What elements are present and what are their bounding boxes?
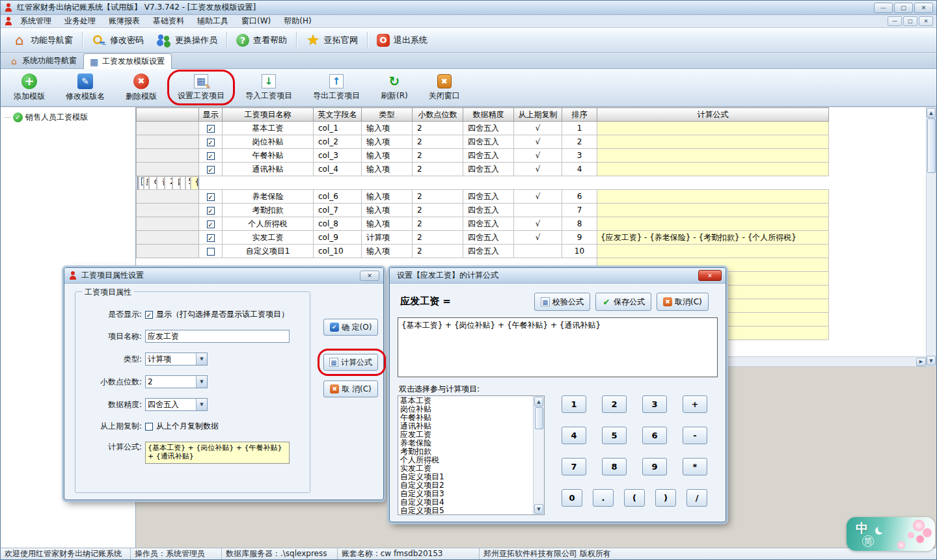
change-password-button[interactable]: 修改密码 bbox=[85, 31, 150, 50]
keypad-2-button[interactable]: 2 bbox=[602, 395, 627, 413]
precision-cell[interactable]: 四舍五入 bbox=[463, 231, 514, 245]
keypad-6-button[interactable]: 6 bbox=[642, 427, 667, 444]
table-row[interactable]: 午餐补贴col_3输入项2四舍五入√3 bbox=[137, 149, 829, 163]
vscrollbar-thumb[interactable] bbox=[927, 118, 936, 173]
show-cell[interactable] bbox=[199, 149, 223, 163]
precision-cell[interactable]: 四舍五入 bbox=[463, 245, 514, 258]
type-cell[interactable]: 输入项 bbox=[362, 163, 413, 176]
item-name-cell[interactable]: 应发工资 bbox=[144, 176, 149, 190]
order-cell[interactable]: 9 bbox=[562, 231, 597, 245]
order-cell[interactable]: 3 bbox=[562, 149, 597, 163]
copy-prev-cell[interactable]: √ bbox=[514, 122, 562, 135]
order-cell[interactable]: 5 bbox=[185, 176, 191, 190]
keypad-close-paren-button[interactable]: ) bbox=[655, 489, 676, 507]
order-cell[interactable]: 2 bbox=[562, 135, 597, 149]
type-cell[interactable]: 输入项 bbox=[362, 149, 413, 163]
mdi-minimize-button[interactable]: — bbox=[888, 16, 902, 26]
formula-operand-item[interactable]: 养老保险 bbox=[398, 439, 533, 447]
properties-dialog-titlebar[interactable]: 工资项目属性设置 ✕ bbox=[64, 268, 383, 284]
formula-operand-item[interactable]: 考勤扣款 bbox=[398, 447, 533, 456]
formula-cell[interactable] bbox=[597, 245, 829, 258]
keypad-0-button[interactable]: 0 bbox=[562, 489, 582, 507]
column-header[interactable]: 从上期复制 bbox=[514, 108, 562, 122]
column-header[interactable]: 排序 bbox=[562, 108, 597, 122]
keypad-9-button[interactable]: 9 bbox=[642, 458, 667, 475]
show-cell[interactable] bbox=[199, 190, 223, 204]
show-cell[interactable] bbox=[139, 176, 144, 190]
dialog-show-checkbox[interactable] bbox=[145, 311, 153, 319]
scroll-right-icon[interactable]: ▶ bbox=[916, 358, 926, 366]
formula-operand-item[interactable]: 基本工资 bbox=[398, 397, 533, 405]
formula-cell[interactable] bbox=[597, 149, 829, 163]
menu-window[interactable]: 窗口(W) bbox=[235, 14, 277, 28]
copy-prev-cell[interactable] bbox=[514, 245, 562, 258]
column-header[interactable]: 类型 bbox=[362, 108, 413, 122]
show-checkbox[interactable] bbox=[207, 125, 215, 133]
scroll-up-icon[interactable]: ▲ bbox=[927, 108, 936, 118]
type-cell[interactable]: 输入项 bbox=[362, 217, 413, 231]
scroll-down-icon[interactable]: ▼ bbox=[534, 504, 543, 514]
type-cell[interactable]: 计算项 bbox=[157, 176, 165, 190]
keypad-5-button[interactable]: 5 bbox=[602, 427, 627, 444]
precision-cell[interactable]: 四舍五入 bbox=[463, 190, 514, 204]
show-checkbox[interactable] bbox=[207, 220, 215, 228]
formula-operand-item[interactable]: 自定义项目3 bbox=[398, 490, 533, 498]
close-window-button[interactable]: ✖关闭窗口 bbox=[422, 72, 467, 104]
item-name-cell[interactable]: 午餐补贴 bbox=[223, 149, 314, 163]
field-name-cell[interactable]: col_5 bbox=[149, 176, 157, 190]
menu-help[interactable]: 帮助(H) bbox=[277, 14, 318, 28]
item-name-cell[interactable]: 自定义项目1 bbox=[223, 245, 314, 258]
column-header[interactable]: 小数点位数 bbox=[413, 108, 463, 122]
scroll-up-icon[interactable]: ▲ bbox=[534, 397, 543, 407]
vendor-site-button[interactable]: ★亚拓官网 bbox=[299, 31, 364, 50]
copy-prev-cell[interactable]: √ bbox=[514, 135, 562, 149]
formula-operand-item[interactable]: 自定义项目5 bbox=[398, 507, 533, 514]
dropdown-arrow-icon[interactable]: ▼ bbox=[196, 399, 207, 410]
item-name-cell[interactable]: 个人所得税 bbox=[223, 217, 314, 231]
decimals-cell[interactable]: 2 bbox=[413, 190, 463, 204]
formula-cell[interactable] bbox=[597, 190, 829, 204]
keypad-minus-button[interactable]: - bbox=[683, 427, 707, 444]
switch-operator-button[interactable]: 更换操作员 bbox=[150, 31, 224, 50]
decimals-cell[interactable]: 2 bbox=[413, 231, 463, 245]
dropdown-arrow-icon[interactable]: ▼ bbox=[196, 353, 207, 365]
show-cell[interactable] bbox=[199, 204, 223, 217]
item-name-cell[interactable]: 基本工资 bbox=[223, 122, 314, 135]
order-cell[interactable]: 6 bbox=[562, 190, 597, 204]
keypad-plus-button[interactable]: + bbox=[683, 395, 707, 413]
ime-widget[interactable]: 中 简 bbox=[847, 517, 935, 551]
import-salary-items-button[interactable]: ↓导入工资项目 bbox=[239, 72, 299, 104]
type-cell[interactable]: 输入项 bbox=[362, 135, 413, 149]
field-name-cell[interactable]: col_4 bbox=[314, 163, 362, 176]
table-row[interactable]: 基本工资col_1输入项2四舍五入√1 bbox=[137, 122, 829, 135]
formula-cell[interactable] bbox=[597, 135, 829, 149]
formula-operand-item[interactable]: 实发工资 bbox=[398, 464, 533, 473]
cancel-button[interactable]: ✖ 取 消(C) bbox=[323, 380, 378, 397]
calc-formula-button[interactable]: ▦ 计算公式 bbox=[323, 354, 378, 371]
vertical-scrollbar[interactable]: ▲ ▼ bbox=[926, 107, 936, 367]
type-select[interactable]: 计算项 ▼ bbox=[145, 353, 208, 366]
order-cell[interactable]: 8 bbox=[562, 217, 597, 231]
view-help-button[interactable]: ?查看帮助 bbox=[230, 31, 293, 49]
field-name-cell[interactable]: col_10 bbox=[314, 245, 362, 258]
keypad-4-button[interactable]: 4 bbox=[562, 427, 586, 444]
show-checkbox[interactable] bbox=[207, 234, 215, 242]
item-name-input[interactable] bbox=[145, 330, 290, 343]
menu-reports[interactable]: 账簿报表 bbox=[102, 14, 146, 28]
type-cell[interactable]: 输入项 bbox=[362, 122, 413, 135]
show-cell[interactable] bbox=[199, 231, 223, 245]
verify-formula-button[interactable]: ▦ 校验公式 bbox=[534, 293, 590, 311]
rename-template-button[interactable]: ✎修改模版名 bbox=[59, 71, 111, 105]
order-cell[interactable]: 10 bbox=[562, 245, 597, 258]
show-cell[interactable] bbox=[199, 122, 223, 135]
field-name-cell[interactable]: col_1 bbox=[314, 122, 362, 135]
formula-operand-item[interactable]: 个人所得税 bbox=[398, 456, 533, 464]
type-cell[interactable]: 计算项 bbox=[362, 231, 413, 245]
tab-system-nav[interactable]: ⌂系统功能导航窗 bbox=[4, 53, 83, 68]
close-button[interactable]: ✕ bbox=[914, 3, 933, 13]
scroll-down-icon[interactable]: ▼ bbox=[927, 356, 936, 366]
item-name-cell[interactable]: 养老保险 bbox=[223, 190, 314, 204]
decimals-cell[interactable]: 2 bbox=[413, 204, 463, 217]
properties-dialog-close-button[interactable]: ✕ bbox=[360, 271, 379, 281]
column-header[interactable]: 英文字段名 bbox=[314, 108, 362, 122]
